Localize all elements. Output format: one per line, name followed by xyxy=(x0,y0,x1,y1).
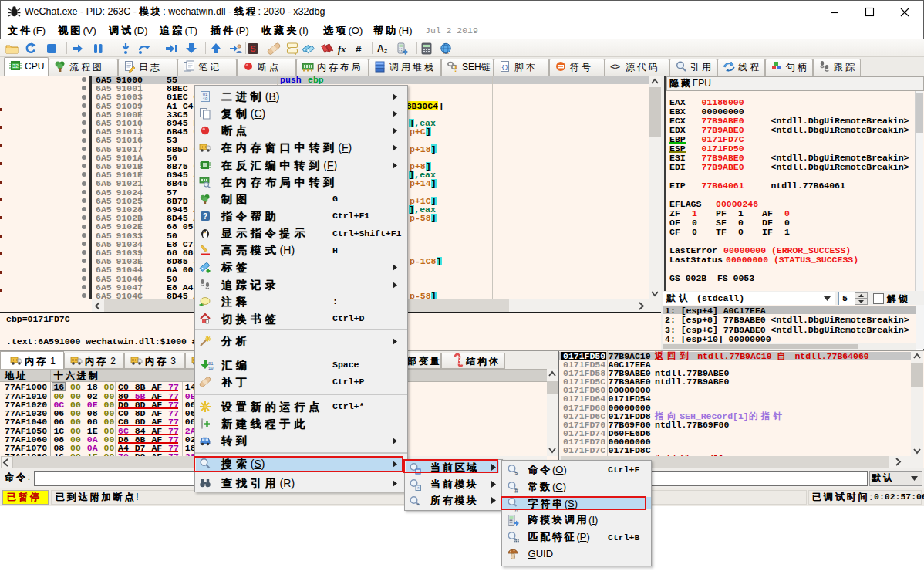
svg-text:>: > xyxy=(514,470,518,477)
svg-text:*: * xyxy=(417,502,420,509)
svg-text:#: # xyxy=(356,43,362,55)
svg-text:A: A xyxy=(377,43,384,54)
svg-text:10: 10 xyxy=(203,96,208,102)
svg-text:10: 10 xyxy=(208,366,214,371)
svg-text:?: ? xyxy=(203,212,207,221)
svg-text:!: ! xyxy=(454,65,457,73)
svg-text:z: z xyxy=(384,47,387,55)
svg-text:{}: {} xyxy=(501,63,509,70)
svg-text:#: # xyxy=(514,487,518,495)
svg-text:*: * xyxy=(417,485,420,492)
svg-text:S: S xyxy=(250,44,255,53)
svg-text:<>: <> xyxy=(610,63,621,72)
svg-text:32: 32 xyxy=(12,63,19,69)
svg-text:fx: fx xyxy=(338,44,346,55)
